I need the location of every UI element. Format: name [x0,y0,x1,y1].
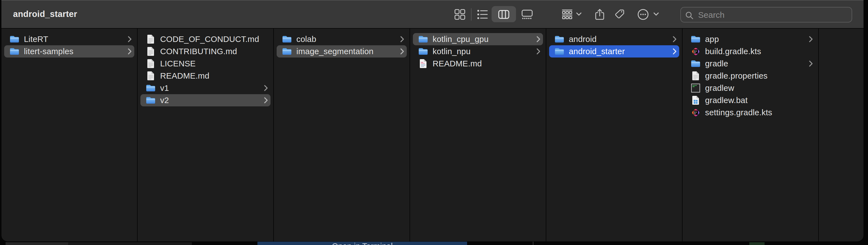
search-field [680,7,852,23]
list-icon [476,8,489,21]
file-name-label: LICENSE [160,59,271,68]
file-name-label: v1 [160,83,264,93]
tags-button[interactable] [611,6,628,23]
chevron-right-icon [127,36,132,43]
file-row-image-segmentation[interactable]: image_segmentation [277,45,407,58]
search-input[interactable] [698,7,849,23]
finder-columns: LiteRT litert-samples CODE_OF_CONDUCT.md… [1,29,864,241]
folder-icon [281,46,293,57]
gallery-icon [521,8,533,21]
file-name-label: image_segmentation [297,47,400,56]
file-name-label: CONTRIBUTING.md [160,47,271,56]
list-view-button[interactable] [474,6,491,23]
folder-icon [690,58,702,69]
chevron-right-icon [264,97,268,104]
file-name-label: kotlin_cpu_gpu [433,34,536,44]
gallery-view-button[interactable] [519,6,535,23]
file-name-label: README.md [433,59,543,68]
group-by-button[interactable] [559,6,576,23]
document-icon [145,34,157,45]
chevron-right-icon [536,48,541,55]
file-name-label: settings.gradle.kts [705,108,815,117]
group-by-chevron-down-icon [576,12,582,17]
file-name-label: LiteRT [24,34,127,44]
finder-column-7 [819,29,864,241]
file-row-kotlin-npu[interactable]: kotlin_npu [413,45,543,58]
finder-column-6: app IJ build.gradle.kts gradle gradle.pr… [683,29,819,241]
grid-icon [454,8,466,21]
finder-column-5: android android_starter [546,29,683,241]
finder-column-3: colab image_segmentation [274,29,410,241]
search-icon [685,11,694,22]
folder-icon [690,34,702,45]
file-row-settings-gradle-kts[interactable]: IJ settings.gradle.kts [685,106,815,118]
folder-icon [417,34,429,45]
file-row-build-gradle-kts[interactable]: IJ build.gradle.kts [685,45,815,58]
folder-icon [9,34,20,45]
file-row-contributing-md[interactable]: CONTRIBUTING.md [141,45,271,58]
document-icon [145,70,157,81]
file-name-label: gradle [705,59,808,68]
finder-column-1: LiteRT litert-samples [1,29,137,241]
file-row-v2[interactable]: v2 [141,94,271,106]
file-row-android-starter[interactable]: android_starter [549,45,679,58]
column-view-button[interactable] [495,6,512,23]
windows-bat-file-icon [690,95,702,106]
folder-icon [145,95,157,106]
intellij-gradle-kts-icon: IJ [690,46,702,57]
file-row-readme-md[interactable]: README.md [141,70,271,82]
more-actions-chevron-down-icon [653,12,659,17]
file-name-label: app [705,34,808,44]
folder-icon [281,34,293,45]
file-row-gradle-properties[interactable]: gradle.properties [685,70,815,82]
file-name-label: gradlew.bat [705,96,815,105]
chevron-right-icon [808,36,813,43]
file-row-app[interactable]: app [685,33,815,45]
file-row-gradle[interactable]: gradle [685,58,815,70]
file-name-label: v2 [160,96,264,105]
markdown-document-icon [417,58,429,69]
terminal-script-icon [690,82,702,94]
file-row-readme-md[interactable]: README.md [413,58,543,70]
folder-icon [554,46,565,57]
document-icon [145,46,157,57]
chevron-right-icon [127,48,132,55]
file-name-label: kotlin_npu [433,47,536,56]
share-button[interactable] [591,6,608,23]
tag-icon [614,8,626,21]
background-window-fragment [749,242,765,245]
finder-window: android_starter [1,0,864,241]
file-name-label: README.md [160,71,271,80]
window-title: android_starter [13,9,77,19]
file-row-gradlew[interactable]: gradlew [685,82,815,94]
file-row-v1[interactable]: v1 [141,82,271,94]
columns-icon [498,8,510,21]
folder-icon [9,46,20,57]
svg-text:IJ: IJ [694,111,696,113]
file-name-label: android_starter [569,47,672,56]
finder-column-4: kotlin_cpu_gpu kotlin_npu README.md [410,29,546,241]
file-name-label: gradlew [705,83,815,93]
document-icon [145,58,157,69]
window-titlebar: android_starter [1,0,864,29]
chevron-right-icon [400,48,405,55]
file-row-litert[interactable]: LiteRT [4,33,134,45]
file-name-label: build.gradle.kts [705,47,815,56]
more-actions-button[interactable] [635,6,651,23]
folder-icon [145,82,157,94]
folder-icon [554,34,565,45]
svg-text:IJ: IJ [694,50,696,52]
file-row-kotlin-cpu-gpu[interactable]: kotlin_cpu_gpu [413,33,543,45]
background-window-fragment [68,242,192,245]
file-row-android[interactable]: android [549,33,679,45]
file-row-litert-samples[interactable]: litert-samples [4,45,134,58]
icon-view-button[interactable] [452,6,468,23]
file-row-colab[interactable]: colab [277,33,407,45]
chevron-right-icon [264,84,268,92]
chevron-right-icon [672,48,677,55]
open-in-terminal-button-fragment[interactable]: Open in Terminal [257,242,467,245]
file-row-code-of-conduct-md[interactable]: CODE_OF_CONDUCT.md [141,33,271,45]
background-windows-strip: Open in Terminal [0,241,868,245]
file-row-license[interactable]: LICENSE [141,58,271,70]
file-row-gradlew-bat[interactable]: gradlew.bat [685,94,815,106]
